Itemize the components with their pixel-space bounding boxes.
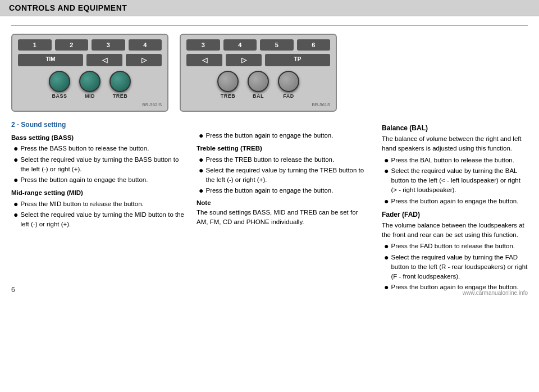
bullet-icon-14: ● (384, 253, 389, 282)
preset-btn-3: 3 (92, 39, 125, 51)
bullet-icon-7: ● (199, 155, 203, 165)
balance-intro: The balance of volume between the right … (382, 134, 528, 154)
treb-bullet-3: ● Press the button again to engage the b… (197, 186, 371, 195)
bass-label: BASS (52, 93, 67, 99)
bullet-icon-10: ● (384, 156, 389, 165)
treb-bullet-2-text: Select the required value by turning the… (205, 166, 371, 185)
right-text-col: Balance (BAL) The balance of volume betw… (382, 120, 528, 294)
left-arrow-btn-r: ◁ (186, 54, 222, 66)
treb-bullet-3-text: Press the button again to engage the but… (205, 186, 371, 195)
note-title: Note (197, 198, 371, 208)
treb-knob-right (217, 71, 239, 92)
bal-bullet-1-text: Press the BAL button to release the butt… (391, 156, 528, 165)
bullet-icon-12: ● (384, 197, 389, 206)
bal-knob-container: BAL (248, 71, 269, 99)
mid-bullet-2-text: Select the required value by turning the… (20, 210, 185, 230)
bal-bullet-2-text: Select the required value by turning the… (391, 166, 528, 195)
mid-extra-bullet-text: Press the button again to engage the but… (205, 131, 371, 140)
preset-btn-3r: 3 (186, 39, 220, 51)
bal-knob (248, 71, 269, 92)
mid-knob-container: MID (79, 71, 101, 99)
fad-knob (278, 71, 299, 92)
bass-bullet-2: ● Select the required value by turning t… (11, 155, 185, 175)
top-divider (11, 25, 528, 26)
treb-bullet-2: ● Select the required value by turning t… (197, 166, 371, 185)
mid-bullet-1: ● Press the MID button to release the bu… (11, 199, 185, 209)
bullet-icon-3: ● (13, 175, 18, 185)
balance-title: Balance (BAL) (382, 123, 528, 133)
preset-btn-4r: 4 (223, 39, 257, 51)
bullet-icon-11: ● (384, 166, 389, 195)
treb-subsection-title: Treble setting (TREB) (197, 144, 371, 153)
treb-knob-container-left: TREB (109, 71, 131, 99)
mid-label: MID (85, 93, 95, 99)
preset-btn-1: 1 (18, 39, 52, 51)
panel-id-right: BR-561S (186, 102, 330, 107)
text-area: 2 - Sound setting Bass setting (BASS) ● … (11, 120, 528, 294)
treb-label-left: TREB (113, 93, 128, 99)
treb-knob-container-right: TREB (217, 71, 239, 99)
bal-bullet-3-text: Press the button again to engage the but… (391, 197, 528, 206)
bass-bullet-2-text: Select the required value by turning the… (20, 155, 185, 175)
fad-label: FAD (283, 93, 294, 99)
treb-knob-left (109, 71, 131, 92)
bass-bullet-1-text: Press the BASS button to release the but… (20, 144, 185, 153)
mid-knob (79, 71, 101, 92)
bullet-icon-2: ● (13, 155, 18, 175)
bullet-icon-6: ● (199, 131, 203, 140)
right-arrow-btn: ▷ (126, 54, 162, 66)
bullet-icon-8: ● (199, 166, 203, 185)
mid-bullet-1-text: Press the MID button to release the butt… (20, 199, 185, 209)
fad-bullet-2-text: Select the required value by turning the… (391, 253, 528, 282)
bass-bullet-3: ● Press the button again to engage the b… (11, 175, 185, 185)
mid-extra-bullet: ● Press the button again to engage the b… (197, 131, 371, 140)
treb-label-right: TREB (221, 93, 236, 99)
fad-bullet-2: ● Select the required value by turning t… (382, 253, 528, 282)
left-text-col: 2 - Sound setting Bass setting (BASS) ● … (11, 120, 185, 294)
bass-knob (49, 71, 70, 92)
bass-bullet-3-text: Press the button again to engage the but… (20, 175, 185, 185)
bass-subsection-title: Bass setting (BASS) (11, 133, 185, 143)
right-arrow-btn-r: ▷ (226, 54, 262, 66)
panel-id-left: BR-562IS (18, 102, 162, 107)
bullet-icon-4: ● (13, 199, 18, 209)
watermark: www.carmanualonline.info (463, 290, 528, 296)
preset-btn-2: 2 (55, 39, 89, 51)
bullet-icon-1: ● (13, 144, 18, 153)
page-header-title: CONTROLS AND EQUIPMENT (9, 3, 127, 12)
treb-bullet-1-text: Press the TREB button to release the but… (205, 155, 371, 165)
preset-btn-6r: 6 (297, 39, 331, 51)
tim-btn: TIM (18, 54, 83, 66)
fader-intro: The volume balance between the loudspeak… (382, 221, 528, 240)
treb-bullet-1: ● Press the TREB button to release the b… (197, 155, 371, 165)
middle-text-col: ● Press the button again to engage the b… (197, 120, 371, 294)
bal-bullet-3: ● Press the button again to engage the b… (382, 197, 528, 206)
mid-subsection-title: Mid-range setting (MID) (11, 188, 185, 198)
fader-title: Fader (FAD) (382, 209, 528, 220)
preset-btn-5r: 5 (260, 39, 294, 51)
bass-knob-container: BASS (49, 71, 70, 99)
preset-btn-4: 4 (129, 39, 162, 51)
bullet-icon-15: ● (384, 282, 389, 292)
bass-bullet-1: ● Press the BASS button to release the b… (11, 144, 185, 153)
right-panel: 3 4 5 6 ◁ ▷ TP TREB BAL (180, 34, 337, 112)
bullet-icon-9: ● (199, 186, 203, 195)
bullet-icon-5: ● (13, 210, 18, 230)
bullet-icon-13: ● (384, 241, 389, 251)
bal-bullet-1: ● Press the BAL button to release the bu… (382, 156, 528, 165)
tp-btn: TP (265, 54, 330, 66)
bal-label: BAL (253, 93, 264, 99)
fad-bullet-1: ● Press the FAD button to release the bu… (382, 241, 528, 251)
left-panel: 1 2 3 4 TIM ◁ ▷ BASS MID (11, 34, 168, 112)
fad-bullet-1-text: Press the FAD button to release the butt… (391, 241, 528, 251)
bal-bullet-2: ● Select the required value by turning t… (382, 166, 528, 195)
page-header: CONTROLS AND EQUIPMENT (0, 0, 539, 16)
fad-knob-container: FAD (278, 71, 299, 99)
note-text: The sound settings BASS, MID and TREB ca… (197, 208, 371, 227)
section-title: 2 - Sound setting (11, 120, 185, 130)
page-number: 6 (11, 286, 15, 294)
left-arrow-btn: ◁ (86, 54, 122, 66)
mid-bullet-2: ● Select the required value by turning t… (11, 210, 185, 230)
images-row: 1 2 3 4 TIM ◁ ▷ BASS MID (11, 34, 528, 112)
